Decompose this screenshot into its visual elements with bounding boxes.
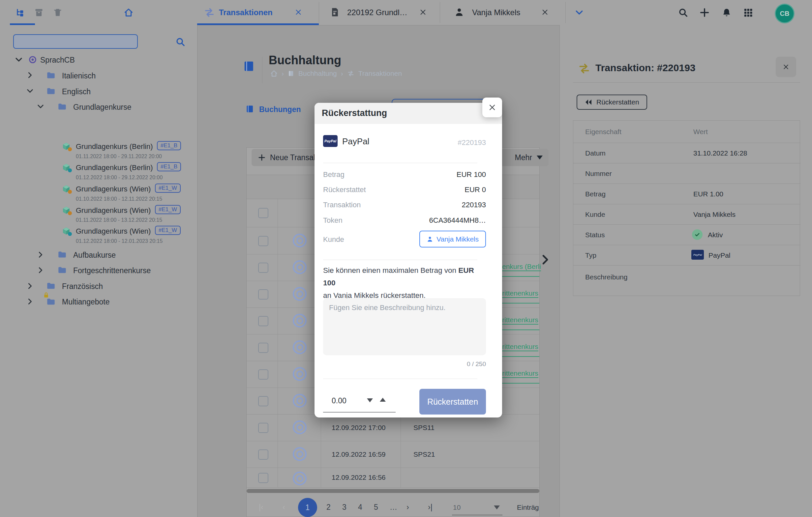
chevron-right-icon[interactable]	[37, 267, 44, 274]
course-link[interactable]: rittenenkurs	[502, 289, 539, 298]
tree-item-grundlagenkurse[interactable]: Grundlagenkurse	[73, 103, 131, 112]
pagination-prev[interactable]: ‹	[283, 503, 285, 512]
per-page-select[interactable]: 10	[453, 504, 461, 511]
archive-icon[interactable]	[34, 8, 44, 17]
pagination-first[interactable]: |‹	[259, 503, 263, 512]
tab-separator	[566, 2, 566, 23]
target-icon[interactable]	[293, 367, 307, 381]
tree-item-course[interactable]: Grundlagenkurs (Wien)	[76, 227, 151, 236]
tree-item-fortgeschrittenenkurse[interactable]: Fortgeschrittenenkurse	[73, 266, 151, 275]
pagination-page-2[interactable]: 2	[326, 503, 331, 512]
pagination-page-4[interactable]: 4	[358, 503, 362, 512]
expand-panel-chevron[interactable]	[539, 254, 551, 266]
tab-buchungen[interactable]: Buchungen	[259, 105, 301, 114]
row-checkbox[interactable]	[258, 450, 268, 460]
chevron-down-icon[interactable]	[26, 87, 34, 95]
chevron-right-icon[interactable]	[26, 298, 34, 305]
status-dot	[68, 232, 72, 236]
row-checkbox[interactable]	[258, 263, 268, 273]
pagination-ellipsis: …	[390, 503, 397, 512]
per-page-caret-icon[interactable]	[494, 506, 500, 510]
course-link[interactable]: rittenenkurs	[502, 316, 539, 325]
notifications-bell-icon[interactable]	[722, 7, 731, 18]
tab-220192-grundl[interactable]: 220192 Grundl…	[319, 0, 440, 25]
avatar[interactable]: CB	[775, 4, 794, 23]
refund-submit-button[interactable]: Rückerstatten	[419, 389, 486, 415]
row-checkbox[interactable]	[258, 289, 268, 300]
tree-item-course[interactable]: Grundlagenkurs (Berlin)	[76, 163, 153, 172]
close-icon[interactable]	[541, 8, 549, 16]
target-icon[interactable]	[293, 234, 307, 247]
amount-decrease-icon[interactable]	[367, 398, 373, 402]
row-checkbox[interactable]	[258, 369, 268, 379]
trash-icon[interactable]	[53, 8, 62, 17]
description-textarea[interactable]	[323, 298, 486, 355]
transaction-detail-panel: Transaktion: #220193 Rückerstatten Eigen…	[559, 25, 812, 517]
home-icon[interactable]	[124, 8, 133, 17]
table-row[interactable]: 12.09.2022 16:56	[246, 467, 539, 488]
row-checkbox[interactable]	[258, 423, 268, 433]
apps-grid-icon[interactable]	[743, 7, 753, 18]
pagination-last[interactable]: ›|	[428, 503, 433, 512]
tab-list-chevron-icon[interactable]	[575, 8, 583, 17]
horizontal-scrollbar[interactable]	[246, 489, 539, 493]
tree-item-course[interactable]: Grundlagenkurs (Wien)	[76, 206, 151, 215]
row-checkbox[interactable]	[258, 343, 268, 353]
target-icon[interactable]	[293, 447, 307, 461]
tree-item-multiangebote[interactable]: Multiangebote	[62, 298, 110, 306]
close-icon[interactable]	[295, 8, 302, 16]
target-icon[interactable]	[293, 260, 307, 274]
panel-close-button[interactable]	[776, 57, 796, 77]
pagination-page-5[interactable]: 5	[374, 503, 378, 512]
target-icon[interactable]	[293, 340, 307, 354]
add-icon[interactable]	[700, 7, 709, 18]
target-icon[interactable]	[293, 394, 307, 407]
pagination-next[interactable]: ›	[406, 503, 409, 512]
tree-item-course[interactable]: Grundlagenkurs (Wien)	[76, 185, 151, 193]
breadcrumb-home-icon[interactable]	[270, 70, 278, 77]
sidebar-search-icon[interactable]	[175, 37, 185, 47]
tree-item-franzoesisch[interactable]: Französisch	[62, 282, 103, 291]
tab-transaktionen[interactable]: Transaktionen	[197, 0, 319, 25]
breadcrumb-transaktionen[interactable]: Transaktionen	[358, 69, 402, 78]
row-checkbox[interactable]	[258, 396, 268, 406]
course-link[interactable]: rittenenkurs	[502, 369, 539, 378]
target-icon[interactable]	[293, 314, 307, 328]
pagination-page-1[interactable]: 1	[298, 498, 317, 517]
target-icon[interactable]	[293, 472, 307, 485]
tree-item-sprachcb[interactable]: SprachCB	[40, 56, 75, 65]
page-icon-book	[243, 59, 256, 74]
amount-increase-icon[interactable]	[380, 398, 386, 402]
row-checkbox[interactable]	[258, 473, 268, 483]
chevron-down-icon[interactable]	[37, 103, 44, 110]
target-icon[interactable]	[293, 421, 307, 434]
modal-close-button[interactable]	[482, 97, 502, 117]
chevron-right-icon[interactable]	[37, 251, 44, 258]
chevron-right-icon[interactable]	[26, 282, 34, 290]
chevron-right-icon[interactable]	[26, 71, 34, 79]
pagination-page-3[interactable]: 3	[342, 503, 347, 512]
table-row[interactable]: 12.09.2022 16:59 SPS21	[246, 441, 539, 468]
tab-vanja-mikkels[interactable]: Vanja Mikkels	[440, 0, 566, 25]
sidebar-search-input[interactable]	[13, 34, 138, 49]
row-checkbox[interactable]	[258, 236, 268, 246]
amount-input[interactable]	[331, 396, 362, 406]
row-checkbox[interactable]	[258, 316, 268, 326]
refund-button[interactable]: Rückerstatten	[577, 95, 647, 110]
tree-item-italienisch[interactable]: Italienisch	[62, 71, 96, 81]
tree-view-icon[interactable]	[16, 8, 25, 17]
breadcrumb-buchhaltung[interactable]: Buchhaltung	[298, 69, 337, 78]
course-link[interactable]: rittenenkurs	[502, 343, 539, 351]
tree-item-course[interactable]: Grundlagenkurs (Berlin)	[76, 142, 153, 151]
link-underline	[502, 276, 539, 277]
tree-item-englisch[interactable]: Englisch	[62, 87, 91, 96]
search-icon[interactable]	[678, 7, 688, 18]
table-row[interactable]: 12.09.2022 17:00 SPS11	[246, 414, 539, 441]
target-icon[interactable]	[293, 287, 307, 301]
chevron-down-icon[interactable]	[15, 56, 23, 64]
close-icon[interactable]	[419, 8, 427, 16]
tree-item-aufbaukurse[interactable]: Aufbaukurse	[73, 251, 116, 260]
course-link[interactable]: enkurs (Berli	[502, 263, 541, 271]
customer-button[interactable]: Vanja Mikkels	[419, 231, 486, 247]
select-all-checkbox[interactable]	[258, 208, 268, 218]
